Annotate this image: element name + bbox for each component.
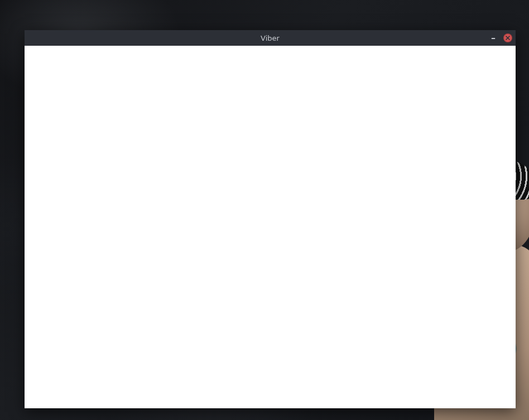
close-button[interactable] [503, 33, 512, 42]
desktop-wallpaper: Viber – [0, 0, 529, 420]
client-area [25, 46, 516, 408]
close-icon [503, 33, 512, 42]
window-title: Viber [25, 34, 516, 42]
titlebar[interactable]: Viber – [25, 30, 516, 46]
minimize-button[interactable]: – [489, 33, 498, 42]
app-window: Viber – [25, 30, 516, 408]
window-controls: – [489, 30, 512, 46]
